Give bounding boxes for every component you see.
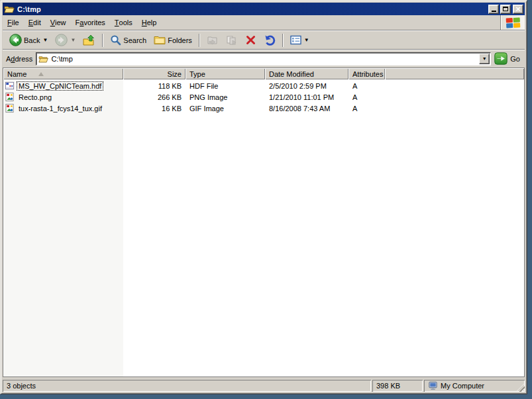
close-icon [515, 5, 521, 13]
menu-view[interactable]: View [46, 15, 71, 30]
folders-button[interactable]: Folders [150, 33, 195, 47]
explorer-window: C:\tmp File Edit View Favorites Tools He… [0, 0, 527, 394]
go-button[interactable]: Go [494, 52, 521, 65]
forward-icon [55, 34, 68, 46]
status-object-count: 3 objects [3, 380, 371, 392]
file-attributes: A [348, 82, 385, 90]
windows-logo-panel [500, 15, 525, 30]
image-file-icon [5, 92, 15, 102]
up-folder-icon [83, 34, 95, 46]
maximize-button[interactable] [500, 5, 511, 14]
minimize-icon [492, 11, 496, 12]
copy-to-button[interactable] [223, 33, 241, 48]
sort-ascending-icon [38, 72, 44, 76]
status-bar: 3 objects 398 KB My Computer [3, 377, 525, 392]
windows-logo-icon [505, 17, 520, 28]
search-label: Search [123, 36, 146, 44]
menu-tools[interactable]: Tools [110, 15, 137, 30]
folders-label: Folders [168, 36, 192, 44]
column-header-date-modified[interactable]: Date Modified [265, 68, 348, 79]
folder-open-icon [38, 55, 48, 63]
file-size: 16 KB [123, 105, 186, 112]
file-name: tux-rasta-1_fcys14_tux.gif [17, 104, 104, 113]
file-type: PNG Image [186, 93, 265, 101]
folder-open-icon [4, 5, 15, 13]
maximize-icon [503, 7, 508, 11]
status-total-size: 398 KB [372, 380, 423, 392]
up-button[interactable] [80, 32, 99, 48]
window-title: C:\tmp [17, 5, 487, 13]
views-icon [290, 35, 301, 45]
move-to-icon [207, 35, 219, 46]
file-rows: MS_HW_CpNICTeam.hdf 118 KB HDF File 2/5/… [3, 79, 524, 114]
go-icon [494, 52, 507, 65]
menu-file[interactable]: File [3, 15, 24, 30]
menu-favorites[interactable]: Favorites [71, 15, 110, 30]
column-header-name[interactable]: Name [3, 68, 123, 79]
go-label: Go [510, 55, 520, 63]
table-row[interactable]: MS_HW_CpNICTeam.hdf 118 KB HDF File 2/5/… [3, 80, 524, 91]
status-location: My Computer [424, 380, 525, 392]
toolbar-separator [102, 34, 103, 47]
search-button[interactable]: Search [107, 32, 150, 48]
desktop: { "window": { "title": "C:\\tmp" }, "men… [0, 0, 532, 399]
my-computer-icon [428, 381, 438, 390]
address-label: Address [6, 55, 32, 63]
column-header-attributes[interactable]: Attributes [348, 68, 385, 79]
address-bar: Address C:\tmp ▼ Go [3, 50, 525, 67]
views-button[interactable]: ▼ [287, 33, 313, 47]
minimize-button[interactable] [488, 5, 499, 14]
file-name: MS_HW_CpNICTeam.hdf [17, 81, 103, 91]
address-dropdown-button[interactable]: ▼ [479, 54, 490, 64]
copy-to-icon [226, 35, 238, 46]
file-date-modified: 1/21/2010 11:01 PM [265, 93, 348, 101]
image-file-icon [5, 103, 15, 113]
back-icon [9, 34, 22, 46]
file-date-modified: 2/5/2010 2:59 PM [265, 82, 348, 90]
back-dropdown-icon[interactable]: ▼ [42, 38, 48, 43]
sorted-column-shade [3, 79, 123, 377]
file-attributes: A [348, 93, 385, 101]
column-header-type[interactable]: Type [186, 68, 265, 79]
table-row[interactable]: tux-rasta-1_fcys14_tux.gif 16 KB GIF Ima… [3, 103, 524, 114]
address-value: C:\tmp [51, 55, 479, 63]
column-header-size[interactable]: Size [123, 68, 186, 79]
title-bar[interactable]: C:\tmp [3, 3, 525, 15]
file-type: HDF File [186, 82, 265, 90]
folders-icon [154, 35, 166, 45]
menu-help[interactable]: Help [137, 15, 162, 30]
file-size: 118 KB [123, 82, 186, 90]
file-type: GIF Image [186, 105, 265, 112]
back-label: Back [24, 36, 40, 44]
menu-bar: File Edit View Favorites Tools Help [3, 15, 525, 30]
delete-icon [245, 34, 256, 46]
file-date-modified: 8/16/2008 7:43 AM [265, 105, 348, 112]
move-to-button[interactable] [203, 33, 222, 48]
close-button[interactable] [513, 5, 523, 14]
undo-button[interactable] [260, 32, 279, 48]
file-name: Recto.png [17, 93, 54, 102]
delete-button[interactable] [242, 32, 260, 48]
file-size: 266 KB [123, 93, 186, 101]
column-headers: Name Size Type Date Modified Attributes [3, 68, 524, 79]
column-header-filler [385, 68, 524, 79]
search-icon [110, 34, 121, 46]
toolbar-separator [282, 34, 284, 47]
toolbar-separator [199, 34, 200, 47]
back-button[interactable]: Back ▼ [6, 32, 51, 48]
forward-button[interactable]: ▼ [52, 32, 79, 48]
hdf-file-icon [5, 81, 15, 91]
file-list: Name Size Type Date Modified Attributes [3, 67, 525, 377]
file-attributes: A [348, 105, 385, 112]
undo-icon [264, 34, 276, 46]
menu-edit[interactable]: Edit [24, 15, 46, 30]
views-dropdown-icon[interactable]: ▼ [304, 38, 309, 43]
toolbar: Back ▼ ▼ [3, 30, 525, 50]
forward-dropdown-icon: ▼ [70, 38, 76, 43]
address-input[interactable]: C:\tmp ▼ [36, 52, 491, 66]
table-row[interactable]: Recto.png 266 KB PNG Image 1/21/2010 11:… [3, 91, 524, 103]
